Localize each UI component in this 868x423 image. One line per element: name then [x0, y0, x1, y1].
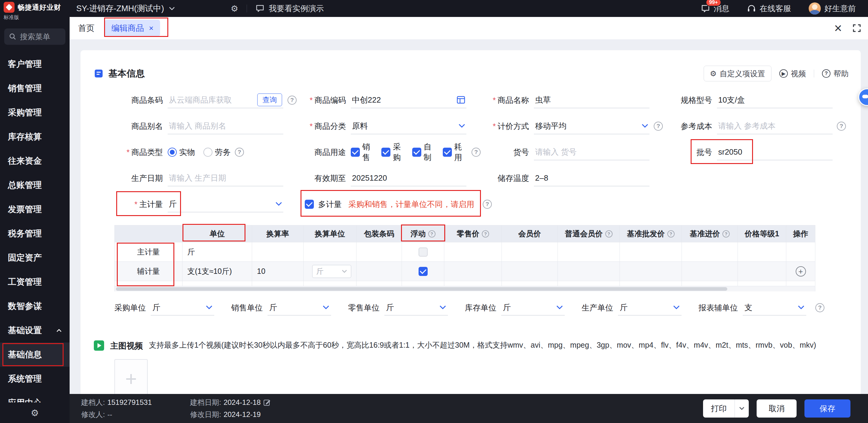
cell-aux-pack-barcode[interactable]	[356, 262, 402, 281]
spec-input[interactable]: 10支/盒	[717, 92, 833, 108]
cell-main-base-wholesale[interactable]	[620, 242, 682, 262]
save-button[interactable]: 保存	[804, 399, 850, 418]
scrollbar-thumb[interactable]	[116, 287, 727, 291]
alias-input[interactable]: 请输入 商品别名	[168, 118, 283, 134]
sidebar-item-basic-settings[interactable]: 基础设置	[0, 318, 70, 343]
add-row-icon[interactable]: +	[796, 266, 806, 276]
sidebar-settings-gear-icon[interactable]: ⚙	[0, 402, 70, 423]
cancel-button[interactable]: 取消	[756, 399, 797, 418]
production-unit-select[interactable]: 斤	[618, 300, 682, 316]
demo-link[interactable]: 我要看实例演示	[255, 3, 324, 14]
sidebar-item-funds[interactable]: 往来资金	[0, 149, 70, 173]
radio-service[interactable]	[204, 148, 213, 157]
checkbox-usage-purchase[interactable]	[381, 148, 391, 157]
radio-physical[interactable]	[168, 148, 177, 157]
expand-icon[interactable]	[852, 24, 861, 33]
ref-cost-input[interactable]: 请输入 参考成本	[717, 118, 833, 134]
sidebar-item-inventory-accounting[interactable]: 库存核算	[0, 125, 70, 149]
cell-main-conv-unit[interactable]	[304, 242, 356, 262]
help-icon[interactable]: ?	[722, 230, 730, 237]
retail-unit-select[interactable]: 斤	[384, 300, 448, 316]
cell-aux-rate[interactable]: 10	[252, 262, 304, 281]
stock-unit-select[interactable]: 斤	[501, 300, 565, 316]
video-upload-tile[interactable]: +	[115, 359, 148, 398]
sidebar-item-purchase[interactable]: 采购管理	[0, 100, 70, 125]
video-link[interactable]: ▶ 视频	[779, 69, 806, 79]
table-horizontal-scrollbar[interactable]	[115, 286, 815, 291]
print-options-caret[interactable]	[735, 399, 749, 418]
help-icon[interactable]: ?	[471, 148, 480, 157]
multi-unit-checkbox[interactable]	[305, 200, 314, 209]
item-no-input[interactable]: 请输入 货号	[534, 144, 650, 160]
help-icon[interactable]: ?	[837, 122, 846, 131]
user-menu[interactable]: 好生意前	[809, 2, 856, 14]
sidebar-item-sales[interactable]: 销售管理	[0, 76, 70, 100]
float-checkbox-aux[interactable]	[418, 267, 428, 276]
help-icon[interactable]: ?	[668, 230, 675, 237]
checkbox-usage-self-made[interactable]	[412, 148, 421, 157]
edit-icon[interactable]	[263, 398, 271, 406]
messages-button[interactable]: 99+ 消息	[701, 3, 730, 14]
online-support-button[interactable]: 在线客服	[747, 3, 791, 14]
tab-close-icon[interactable]: ×	[149, 24, 153, 32]
sale-unit-select[interactable]: 斤	[268, 300, 331, 316]
sidebar-item-invoice[interactable]: 发票管理	[0, 197, 70, 222]
close-icon[interactable]: ×	[834, 22, 842, 35]
customize-fields-button[interactable]: ⚙ 自定义项设置	[704, 66, 771, 82]
tab-home[interactable]: 首页	[78, 23, 94, 34]
checkbox-usage-consume[interactable]	[443, 148, 452, 157]
category-select[interactable]: 原料	[351, 118, 466, 134]
valuation-select[interactable]: 移动平均	[534, 118, 650, 134]
code-rule-icon[interactable]	[457, 96, 465, 104]
print-button[interactable]: 打印	[703, 399, 735, 418]
help-link[interactable]: ? 帮助	[822, 69, 849, 79]
help-icon[interactable]: ?	[287, 96, 297, 105]
help-icon[interactable]: ?	[483, 200, 492, 209]
cell-aux-price-level1[interactable]	[738, 262, 786, 281]
org-selector[interactable]: SY-进销存-ZMH(测试中)	[76, 3, 218, 14]
query-button[interactable]: 查询	[257, 94, 282, 106]
product-code-input[interactable]: 中创222	[351, 92, 466, 108]
product-name-input[interactable]: 虫草	[534, 92, 650, 108]
cell-main-rate[interactable]	[252, 242, 304, 262]
sidebar-item-payroll[interactable]: 工资管理	[0, 270, 70, 294]
aux-conv-unit-select[interactable]: 斤	[312, 265, 351, 278]
report-aux-unit-select[interactable]: 支	[743, 300, 806, 316]
sidebar-item-fixed-assets[interactable]: 固定资产	[0, 246, 70, 270]
cell-aux-base-wholesale[interactable]	[620, 262, 682, 281]
sidebar-search-input[interactable]: 搜索菜单	[4, 28, 65, 45]
cell-main-price-level1[interactable]	[738, 242, 786, 262]
sidebar-item-system[interactable]: 系统管理	[0, 367, 70, 391]
sidebar-item-general-ledger[interactable]: 总账管理	[0, 173, 70, 197]
cell-main-base-purchase[interactable]	[682, 242, 738, 262]
cell-aux-retail[interactable]	[444, 262, 502, 281]
help-icon[interactable]: ?	[605, 230, 613, 237]
sidebar-item-ai-advisor[interactable]: 数智参谋	[0, 294, 70, 318]
cell-main-retail[interactable]	[444, 242, 502, 262]
expiry-input[interactable]: 20251220	[351, 170, 466, 186]
cell-main-member[interactable]	[502, 242, 558, 262]
purchase-unit-select[interactable]: 斤	[151, 300, 214, 316]
settings-gear-icon[interactable]: ⚙	[230, 4, 238, 13]
sidebar-item-tax[interactable]: 税务管理	[0, 222, 70, 246]
batch-no-input[interactable]: sr2050	[717, 144, 833, 160]
sidebar-item-customer[interactable]: 客户管理	[0, 52, 70, 76]
help-icon[interactable]: ?	[428, 230, 435, 237]
sidebar-item-basic-info[interactable]: 基础信息	[0, 343, 70, 367]
help-icon[interactable]: ?	[482, 230, 489, 237]
cell-aux-unit-value[interactable]: 支(1支≈10斤)	[183, 262, 252, 281]
help-icon[interactable]: ?	[654, 122, 663, 131]
checkbox-usage-sale[interactable]	[351, 148, 360, 157]
cell-main-unit-value[interactable]: 斤	[183, 242, 252, 262]
cell-aux-base-purchase[interactable]	[682, 262, 738, 281]
barcode-input[interactable]: 从云端商品库获取 查询	[168, 92, 283, 108]
main-unit-select[interactable]: 斤	[168, 196, 283, 213]
cell-aux-member[interactable]	[502, 262, 558, 281]
help-icon[interactable]: ?	[815, 303, 825, 312]
prod-date-input[interactable]: 请输入 生产日期	[168, 170, 283, 186]
float-checkbox-main[interactable]	[418, 248, 428, 257]
cell-aux-normal-member[interactable]	[558, 262, 620, 281]
help-icon[interactable]: ?	[235, 148, 244, 157]
tab-edit-product[interactable]: 编辑商品 ×	[105, 20, 160, 37]
storage-temp-input[interactable]: 2–8	[534, 170, 650, 186]
